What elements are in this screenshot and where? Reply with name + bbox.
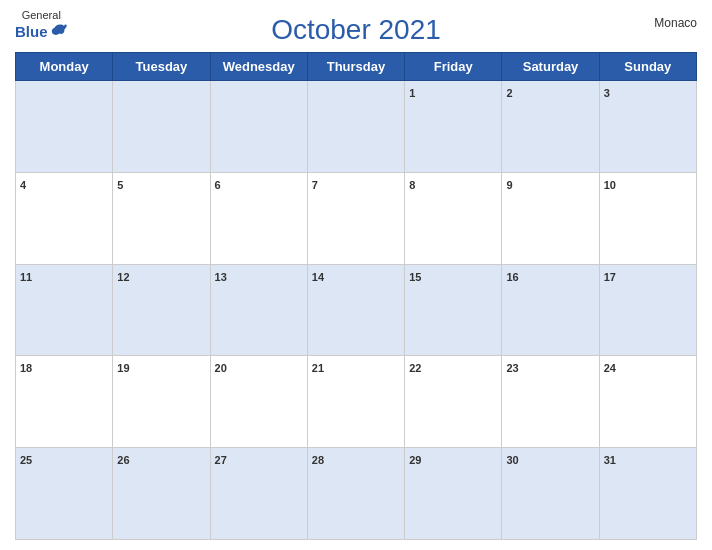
day-number: 10 bbox=[604, 179, 616, 191]
day-number: 22 bbox=[409, 362, 421, 374]
calendar-day-empty bbox=[210, 81, 307, 173]
day-number: 26 bbox=[117, 454, 129, 466]
calendar-table: MondayTuesdayWednesdayThursdayFridaySatu… bbox=[15, 52, 697, 540]
day-number: 11 bbox=[20, 271, 32, 283]
calendar-day-13: 13 bbox=[210, 264, 307, 356]
weekday-header-monday: Monday bbox=[16, 53, 113, 81]
day-number: 28 bbox=[312, 454, 324, 466]
day-number: 30 bbox=[506, 454, 518, 466]
day-number: 21 bbox=[312, 362, 324, 374]
calendar-day-2: 2 bbox=[502, 81, 599, 173]
calendar-day-empty bbox=[113, 81, 210, 173]
logo-blue-text: Blue bbox=[15, 21, 68, 41]
calendar-day-11: 11 bbox=[16, 264, 113, 356]
calendar-day-1: 1 bbox=[405, 81, 502, 173]
calendar-day-25: 25 bbox=[16, 448, 113, 540]
day-number: 8 bbox=[409, 179, 415, 191]
day-number: 12 bbox=[117, 271, 129, 283]
calendar-day-21: 21 bbox=[307, 356, 404, 448]
month-title: October 2021 bbox=[271, 14, 441, 46]
calendar-day-3: 3 bbox=[599, 81, 696, 173]
weekday-header-tuesday: Tuesday bbox=[113, 53, 210, 81]
day-number: 3 bbox=[604, 87, 610, 99]
calendar-day-6: 6 bbox=[210, 172, 307, 264]
day-number: 24 bbox=[604, 362, 616, 374]
calendar-day-4: 4 bbox=[16, 172, 113, 264]
day-number: 6 bbox=[215, 179, 221, 191]
day-number: 17 bbox=[604, 271, 616, 283]
day-number: 20 bbox=[215, 362, 227, 374]
calendar-day-19: 19 bbox=[113, 356, 210, 448]
calendar-day-29: 29 bbox=[405, 448, 502, 540]
calendar-day-31: 31 bbox=[599, 448, 696, 540]
day-number: 29 bbox=[409, 454, 421, 466]
day-number: 7 bbox=[312, 179, 318, 191]
calendar-day-26: 26 bbox=[113, 448, 210, 540]
day-number: 14 bbox=[312, 271, 324, 283]
day-number: 4 bbox=[20, 179, 26, 191]
calendar-day-12: 12 bbox=[113, 264, 210, 356]
day-number: 31 bbox=[604, 454, 616, 466]
calendar-day-10: 10 bbox=[599, 172, 696, 264]
day-number: 19 bbox=[117, 362, 129, 374]
day-number: 25 bbox=[20, 454, 32, 466]
weekday-header-row: MondayTuesdayWednesdayThursdayFridaySatu… bbox=[16, 53, 697, 81]
weekday-header-friday: Friday bbox=[405, 53, 502, 81]
calendar-day-15: 15 bbox=[405, 264, 502, 356]
day-number: 23 bbox=[506, 362, 518, 374]
calendar-day-27: 27 bbox=[210, 448, 307, 540]
logo-general-text: General bbox=[22, 10, 61, 21]
calendar-day-9: 9 bbox=[502, 172, 599, 264]
weekday-header-saturday: Saturday bbox=[502, 53, 599, 81]
calendar-day-28: 28 bbox=[307, 448, 404, 540]
weekday-header-sunday: Sunday bbox=[599, 53, 696, 81]
day-number: 15 bbox=[409, 271, 421, 283]
calendar-day-14: 14 bbox=[307, 264, 404, 356]
calendar-day-16: 16 bbox=[502, 264, 599, 356]
calendar-day-7: 7 bbox=[307, 172, 404, 264]
day-number: 1 bbox=[409, 87, 415, 99]
calendar-day-24: 24 bbox=[599, 356, 696, 448]
day-number: 16 bbox=[506, 271, 518, 283]
calendar-day-empty bbox=[307, 81, 404, 173]
calendar-header: General Blue October 2021 Monaco bbox=[15, 10, 697, 46]
calendar-day-empty bbox=[16, 81, 113, 173]
day-number: 27 bbox=[215, 454, 227, 466]
day-number: 13 bbox=[215, 271, 227, 283]
calendar-week-row: 25262728293031 bbox=[16, 448, 697, 540]
calendar-day-17: 17 bbox=[599, 264, 696, 356]
country-label: Monaco bbox=[654, 16, 697, 30]
day-number: 9 bbox=[506, 179, 512, 191]
calendar-week-row: 45678910 bbox=[16, 172, 697, 264]
calendar-day-23: 23 bbox=[502, 356, 599, 448]
calendar-week-row: 18192021222324 bbox=[16, 356, 697, 448]
calendar-day-18: 18 bbox=[16, 356, 113, 448]
calendar-week-row: 123 bbox=[16, 81, 697, 173]
bird-icon bbox=[50, 21, 68, 41]
calendar-day-5: 5 bbox=[113, 172, 210, 264]
generalblue-logo: General Blue bbox=[15, 10, 68, 41]
calendar-day-30: 30 bbox=[502, 448, 599, 540]
day-number: 18 bbox=[20, 362, 32, 374]
day-number: 5 bbox=[117, 179, 123, 191]
calendar-day-20: 20 bbox=[210, 356, 307, 448]
weekday-header-thursday: Thursday bbox=[307, 53, 404, 81]
weekday-header-wednesday: Wednesday bbox=[210, 53, 307, 81]
day-number: 2 bbox=[506, 87, 512, 99]
calendar-day-22: 22 bbox=[405, 356, 502, 448]
calendar-week-row: 11121314151617 bbox=[16, 264, 697, 356]
calendar-day-8: 8 bbox=[405, 172, 502, 264]
